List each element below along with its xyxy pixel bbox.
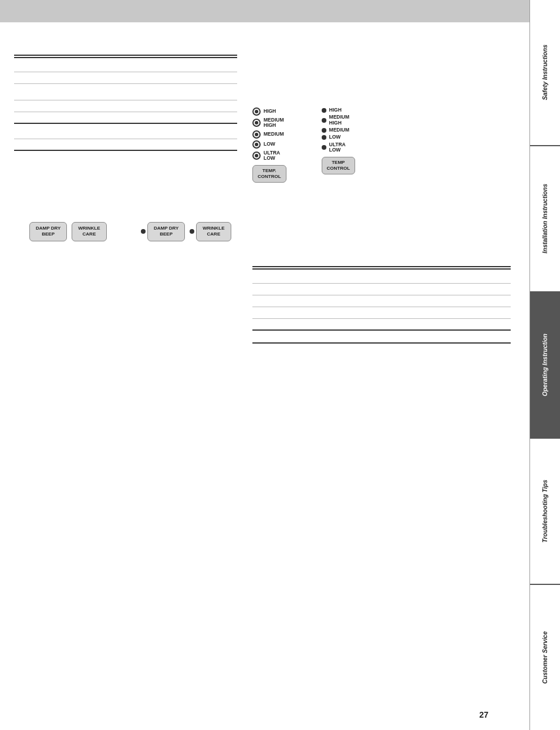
temp-item-low-right: LOW [322, 134, 341, 140]
sidebar-label-installation: Installation Instructions [541, 184, 549, 253]
double-rule-top [14, 55, 237, 58]
dot-medium-right [322, 128, 326, 133]
right-line-5 [252, 319, 511, 331]
line-3 [14, 89, 237, 100]
damp-dry-beep-button-left: DAMP DRYBEEP [29, 222, 67, 241]
damp-dry-beep-with-dot: DAMP DRYBEEP [141, 222, 185, 241]
line-7 [14, 139, 237, 151]
sidebar-section-customer: Customer Service [530, 585, 560, 730]
radio-mediumhigh-left [252, 119, 261, 127]
dot-wrinkle-care [190, 229, 194, 234]
dot-high-right [322, 108, 326, 113]
main-content: HIGH MEDIUMHIGH MEDIUM LOW ULTRALOW [0, 22, 529, 730]
right-line-2 [252, 284, 511, 295]
sidebar-section-troubleshooting: Troubleshooting Tips [530, 439, 560, 585]
wrinkle-care-button-left: WRINKLECARE [72, 222, 106, 241]
right-sidebar: Safety Instructions Installation Instruc… [529, 0, 560, 730]
page-number: 27 [479, 710, 488, 719]
left-lines-section [14, 55, 237, 151]
buttons-right-row: DAMP DRYBEEP WRINKLECARE [141, 222, 231, 241]
right-line-4 [252, 307, 511, 319]
sidebar-label-troubleshooting: Troubleshooting Tips [541, 480, 549, 543]
temp-item-medium-left: MEDIUM [252, 130, 284, 139]
temp-label-ultralow-left: ULTRALOW [264, 150, 280, 162]
temp-label-mediumhigh-right: MEDIUMHIGH [329, 115, 349, 126]
temp-diagram-left: HIGH MEDIUMHIGH MEDIUM LOW ULTRALOW [252, 107, 286, 183]
temp-item-mediumhigh-left: MEDIUMHIGH [252, 117, 284, 129]
radio-ultralow-left [252, 152, 261, 160]
sidebar-section-safety: Safety Instructions [530, 0, 560, 146]
temp-label-low-right: LOW [329, 134, 341, 140]
radio-medium-left [252, 130, 261, 139]
temp-diagram-right: HIGH MEDIUMHIGH MEDIUM LOW ULTRALOW [322, 107, 356, 183]
right-line-3 [252, 295, 511, 307]
temp-item-ultralow-right: ULTRALOW [322, 142, 346, 153]
temp-label-medium-right: MEDIUM [329, 127, 349, 133]
right-double-rule-top [252, 266, 511, 270]
line-1 [14, 60, 237, 72]
dot-low-right [322, 135, 326, 140]
temp-item-high-left: HIGH [252, 107, 276, 116]
wrinkle-care-with-dot: WRINKLECARE [190, 222, 231, 241]
wrinkle-care-button-right: WRINKLECARE [196, 222, 231, 241]
right-line-1 [252, 272, 511, 284]
temp-label-ultralow-right: ULTRALOW [329, 142, 346, 153]
line-4 [14, 100, 237, 112]
temp-item-ultralow-left: ULTRALOW [252, 150, 280, 162]
radio-high-left [252, 107, 261, 116]
temp-item-high-right: HIGH [322, 107, 342, 113]
temp-label-high-left: HIGH [264, 109, 276, 114]
radio-low-left [252, 140, 261, 149]
temp-label-mediumhigh-left: MEDIUMHIGH [264, 117, 284, 129]
temp-item-low-left: LOW [252, 140, 275, 149]
temp-item-mediumhigh-right: MEDIUMHIGH [322, 115, 349, 126]
dot-mediumhigh-right [322, 118, 326, 123]
temp-item-medium-right: MEDIUM [322, 127, 349, 133]
sidebar-label-customer: Customer Service [541, 631, 549, 684]
line-5 [14, 112, 237, 124]
temp-label-low-left: LOW [264, 142, 275, 147]
dot-ultralow-right [322, 145, 326, 150]
right-line-6 [252, 332, 511, 344]
line-2 [14, 72, 237, 84]
right-lines-section [252, 266, 511, 344]
temp-diagrams: HIGH MEDIUMHIGH MEDIUM LOW ULTRALOW [252, 107, 355, 183]
sidebar-section-operating: Operating Instruction [530, 292, 560, 439]
temp-control-button-right: TEMPCONTROL [322, 157, 356, 174]
temp-label-high-right: HIGH [329, 107, 342, 113]
dot-damp-dry [141, 229, 146, 234]
top-bar [0, 0, 560, 22]
temp-control-button-left: TEMP.CONTROL [252, 165, 286, 182]
sidebar-label-safety: Safety Instructions [541, 45, 549, 100]
sidebar-section-installation: Installation Instructions [530, 146, 560, 292]
sidebar-label-operating: Operating Instruction [541, 334, 549, 396]
temp-label-medium-left: MEDIUM [264, 132, 284, 137]
damp-dry-beep-button-right: DAMP DRYBEEP [147, 222, 185, 241]
line-6 [14, 127, 237, 139]
buttons-left-row: DAMP DRYBEEP WRINKLECARE [29, 222, 107, 241]
